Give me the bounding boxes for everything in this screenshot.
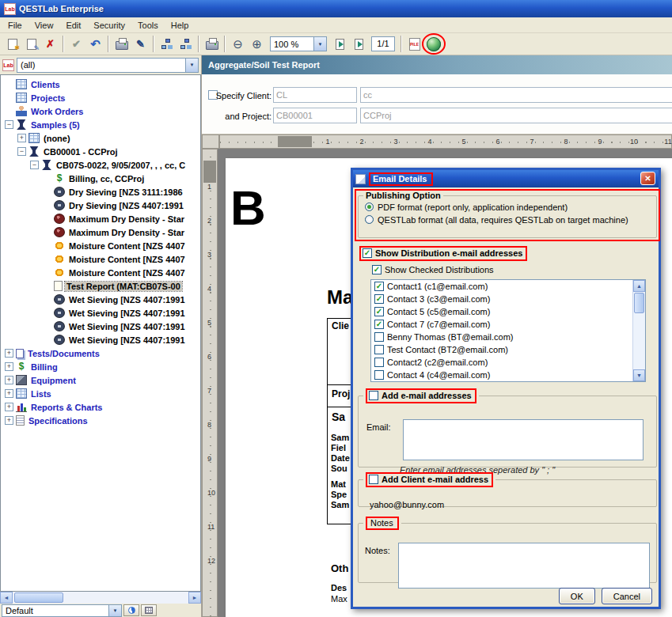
apply-button[interactable]: ✔ <box>67 35 85 53</box>
zoom-out-button[interactable]: ⊖ <box>229 35 247 53</box>
tree-item[interactable]: +Specifications <box>1 414 200 427</box>
tree-item[interactable]: Dry Sieving [NZS 3111:1986 <box>1 185 200 199</box>
ok-button[interactable]: OK <box>559 588 595 604</box>
expand-icon[interactable]: + <box>5 403 13 411</box>
tree-item[interactable]: +Tests/Documents <box>1 346 200 360</box>
title-bar[interactable]: Lab QESTLab Enterprise <box>0 0 672 17</box>
tree-item[interactable]: −Samples (5) <box>1 118 200 131</box>
client-name-field[interactable]: cc <box>360 87 672 103</box>
contact-checkbox[interactable] <box>374 282 384 291</box>
contact-checkbox[interactable] <box>374 358 384 367</box>
contact-row[interactable]: Contact1 (c1@email.com) <box>371 280 645 293</box>
undo-button[interactable]: ↶ <box>86 35 104 53</box>
tree-item[interactable]: Maximum Dry Density - Star <box>1 212 200 225</box>
tree-item[interactable]: +Reports & Charts <box>1 400 200 414</box>
tree-item[interactable]: Clients <box>1 78 200 91</box>
tree-item[interactable]: +(none) <box>1 131 200 145</box>
contact-checkbox[interactable] <box>374 294 384 304</box>
tree-item[interactable]: Work Orders <box>1 104 200 118</box>
scrollbar-thumb[interactable] <box>14 592 63 603</box>
expand-icon[interactable]: + <box>5 416 13 425</box>
tree-structure-button[interactable] <box>158 35 176 53</box>
tree-item[interactable]: Moisture Content [NZS 4407 <box>1 266 200 279</box>
tree-item[interactable]: +Billing <box>1 360 200 373</box>
contact-checkbox[interactable] <box>374 320 384 329</box>
project-code-field[interactable]: CB00001 <box>273 108 357 123</box>
publishing-option[interactable]: PDF format (report only, application ind… <box>365 201 656 213</box>
tree-item[interactable]: +Lists <box>1 387 200 400</box>
tree-item[interactable]: Moisture Content [NZS 4407 <box>1 239 200 252</box>
vertical-scrollbar[interactable]: ▲ ▼ <box>632 280 645 381</box>
contact-row[interactable]: Contact2 (c2@email.com) <box>371 356 645 369</box>
scroll-up-icon[interactable]: ▲ <box>633 280 645 292</box>
chevron-down-icon[interactable]: ▼ <box>185 59 198 72</box>
scroll-right-icon[interactable]: ► <box>188 592 201 604</box>
distribution-list[interactable]: Contact1 (c1@email.com)Contact 3 (c3@ema… <box>370 279 646 382</box>
tree-item[interactable]: Moisture Content [NZS 4407 <box>1 252 200 266</box>
collapse-icon[interactable]: − <box>5 120 13 129</box>
cancel-button[interactable]: Cancel <box>602 588 652 604</box>
next-page-button[interactable] <box>350 35 368 53</box>
expand-icon[interactable]: + <box>5 349 13 358</box>
print-button[interactable] <box>112 35 131 53</box>
dialog-title-bar[interactable]: Email Details ✕ <box>353 170 659 187</box>
edit-button[interactable]: ✎ <box>22 35 40 53</box>
tree-item[interactable]: Maximum Dry Density - Star <box>1 225 200 239</box>
tree-item[interactable]: −CB00001 - CCProj <box>1 145 200 158</box>
menu-tools[interactable]: Tools <box>131 19 165 32</box>
client-code-field[interactable]: CL <box>273 87 357 103</box>
tree-item[interactable]: +Equipment <box>1 373 200 387</box>
close-button[interactable]: ✕ <box>640 172 655 185</box>
add-email-checkbox[interactable] <box>369 391 378 400</box>
print-preview-button[interactable] <box>203 35 221 53</box>
tree-item[interactable]: Dry Sieving [NZS 4407:1991 <box>1 199 200 212</box>
menu-view[interactable]: View <box>28 19 60 32</box>
tree-item[interactable]: −CB07S-0022, 9/05/2007, , , cc, C <box>1 158 200 172</box>
menu-file[interactable]: File <box>2 19 28 32</box>
tree-item[interactable]: Billing, cc, CCProj <box>1 172 200 185</box>
notes-textarea[interactable] <box>398 543 650 589</box>
delete-button[interactable]: ✗ <box>41 35 59 53</box>
email-textarea[interactable] <box>403 419 644 460</box>
new-button[interactable]: ✱ <box>3 35 21 53</box>
zoom-select[interactable]: 100 % ▼ <box>270 36 327 51</box>
contact-row[interactable]: Contact 4 (c4@email.com) <box>371 369 645 381</box>
tree-structure-alt-button[interactable] <box>177 35 195 53</box>
contact-row[interactable]: Contact 3 (c3@email.com) <box>371 293 645 305</box>
contact-checkbox[interactable] <box>374 370 384 380</box>
chevron-down-icon[interactable]: ▼ <box>313 37 326 51</box>
tree-item[interactable]: Wet Sieving [NZS 4407:1991 <box>1 333 200 346</box>
tree-item[interactable]: Projects <box>1 91 200 104</box>
contact-checkbox[interactable] <box>374 345 384 354</box>
publishing-option[interactable]: QESTLab format (all data, requires QESTL… <box>365 214 656 225</box>
menu-help[interactable]: Help <box>165 19 196 32</box>
contact-row[interactable]: Contact 5 (c5@email.com) <box>371 305 645 318</box>
menu-security[interactable]: Security <box>87 19 131 32</box>
publish-email-button[interactable] <box>424 35 442 53</box>
pile-report-button[interactable]: PILE <box>405 35 423 53</box>
menu-edit[interactable]: Edit <box>59 19 87 32</box>
expand-icon[interactable]: + <box>17 134 26 142</box>
horizontal-scrollbar[interactable]: ◄ ► <box>0 592 201 604</box>
prev-page-button[interactable] <box>331 35 349 53</box>
scroll-left-icon[interactable]: ◄ <box>0 592 13 604</box>
tree-item[interactable]: Wet Sieving [NZS 4407:1991 <box>1 306 200 320</box>
collapse-icon[interactable]: − <box>30 161 39 169</box>
project-name-field[interactable]: CCProj <box>360 108 672 123</box>
contact-row[interactable]: Test Contact (BT2@email.com) <box>371 343 645 356</box>
contact-checkbox[interactable] <box>374 307 384 316</box>
show-distribution-checkbox[interactable] <box>363 248 372 258</box>
collapse-icon[interactable]: − <box>17 147 26 156</box>
tree-item[interactable]: Test Report (MAT:CB07S-00 <box>1 279 200 293</box>
scrollbar-thumb[interactable] <box>634 293 644 313</box>
expand-icon[interactable]: + <box>5 389 13 398</box>
expand-icon[interactable]: + <box>5 376 13 384</box>
tree-item[interactable]: Wet Sieving [NZS 4407:1991 <box>1 320 200 333</box>
expand-icon[interactable]: + <box>5 362 13 371</box>
scroll-down-icon[interactable]: ▼ <box>633 369 645 381</box>
sidebar-tool-button-1[interactable] <box>123 604 139 616</box>
contact-row[interactable]: Benny Thomas (BT@email.com) <box>371 331 645 343</box>
contact-checkbox[interactable] <box>374 332 384 342</box>
sidebar-tool-button-2[interactable] <box>141 604 157 616</box>
radio-button[interactable] <box>365 203 374 211</box>
